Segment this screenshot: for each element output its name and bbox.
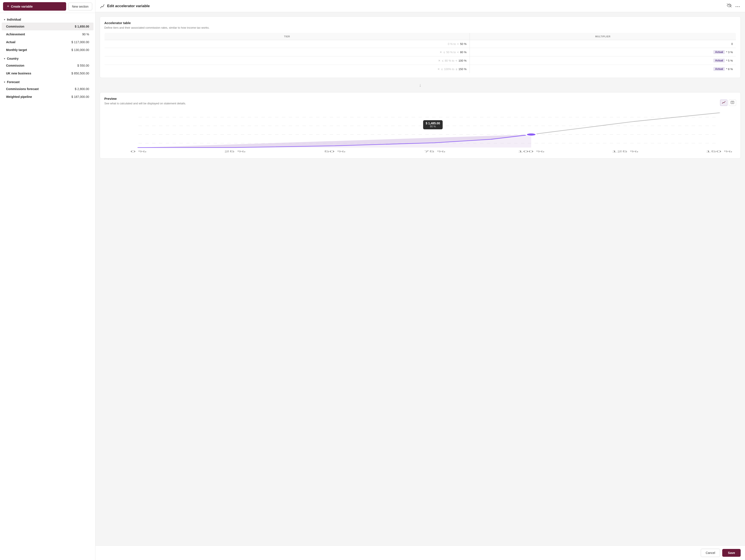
sidebar-item-label: Commission bbox=[6, 64, 24, 67]
more-button[interactable] bbox=[735, 3, 741, 9]
sidebar-item-label: Commissions forecast bbox=[6, 87, 39, 91]
sidebar-item[interactable]: Achievement90 % bbox=[2, 30, 94, 38]
remove-icon[interactable]: ✕ bbox=[438, 67, 440, 71]
svg-text:125 %: 125 % bbox=[612, 150, 639, 153]
table-view-button[interactable] bbox=[729, 100, 736, 106]
svg-text:50 %: 50 % bbox=[324, 150, 346, 153]
sidebar-item[interactable]: Commissions forecast$ 2,800.00 bbox=[2, 85, 94, 93]
plus-icon: + bbox=[7, 4, 9, 9]
section-arrow-icon: ▼ bbox=[3, 81, 6, 83]
sidebar-item-label: UK new business bbox=[6, 71, 31, 75]
svg-point-1 bbox=[736, 6, 737, 7]
line-chart-button[interactable] bbox=[720, 100, 727, 106]
section-group: ▼IndividualCommission$ 1,650.00Achieveme… bbox=[0, 17, 95, 54]
tier-from: 100% to bbox=[444, 67, 454, 71]
sidebar-item[interactable]: UK new business$ 850,500.00 bbox=[2, 69, 94, 77]
hide-button[interactable] bbox=[726, 3, 733, 9]
tier-le: ≤ bbox=[441, 67, 443, 71]
panel-footer: Cancel Save bbox=[95, 546, 745, 560]
sidebar-header: + Create variable New section bbox=[0, 0, 95, 13]
sidebar-item-label: Weighted pipeline bbox=[6, 95, 32, 98]
tier-op: ≤ bbox=[456, 67, 457, 71]
sidebar-item[interactable]: Commission$ 550.00 bbox=[2, 62, 94, 69]
sidebar-item-value: $ 187,000.00 bbox=[71, 95, 89, 98]
preview-icons bbox=[720, 100, 736, 106]
tier-cell: ✕ ≤ 50 % to < 80 % bbox=[107, 51, 466, 54]
svg-point-13 bbox=[526, 133, 537, 136]
section-header[interactable]: ▼Forecast bbox=[0, 79, 95, 85]
accelerator-table-card: Accelerator table Define tiers and their… bbox=[100, 17, 741, 78]
svg-point-3 bbox=[739, 6, 740, 7]
cancel-button[interactable]: Cancel bbox=[701, 549, 720, 557]
table-row: ✕ ≤ 100% to ≤ 150 % Actual * 8 % bbox=[104, 65, 736, 73]
actual-badge: Actual bbox=[713, 50, 725, 54]
sidebar-item-value: $ 550.00 bbox=[77, 64, 89, 67]
section-header[interactable]: ▼Country bbox=[0, 56, 95, 62]
section-name: Forecast bbox=[7, 80, 20, 84]
sidebar-item-value: $ 2,800.00 bbox=[75, 87, 89, 91]
sidebar-item-label: Monthly target bbox=[6, 48, 27, 52]
preview-title: Preview bbox=[104, 97, 186, 100]
create-variable-button[interactable]: + Create variable bbox=[3, 2, 66, 11]
sidebar-item-value: $ 1,650.00 bbox=[75, 25, 89, 28]
sidebar-item[interactable]: Actual$ 117,000.00 bbox=[2, 38, 94, 46]
svg-point-2 bbox=[737, 6, 738, 7]
multiplier-column-header: MULTIPLIER bbox=[469, 33, 736, 40]
table-row: ✕ ≤ 50 % to < 80 % Actual * 3 % bbox=[104, 48, 736, 56]
panel-actions bbox=[726, 3, 741, 9]
arrow-down: ↓ bbox=[100, 81, 741, 89]
sidebar-content: ▼IndividualCommission$ 1,650.00Achieveme… bbox=[0, 13, 95, 560]
sidebar-item[interactable]: Weighted pipeline$ 187,000.00 bbox=[2, 93, 94, 101]
tier-le: ≤ bbox=[443, 51, 445, 54]
tier-to: 50 % bbox=[460, 42, 466, 45]
table-row: 0 % to < 50 % 0 bbox=[104, 40, 736, 48]
sidebar-item[interactable]: Commission$ 1,650.00 bbox=[2, 23, 94, 30]
section-group: ▼ForecastCommissions forecast$ 2,800.00W… bbox=[0, 79, 95, 101]
svg-text:0 %: 0 % bbox=[130, 150, 147, 153]
sidebar-item-value: $ 117,000.00 bbox=[71, 40, 89, 44]
table-row: ✕ ≤ 80 % to < 100 % Actual * 5 % bbox=[104, 56, 736, 65]
sidebar: + Create variable New section ▼Individua… bbox=[0, 0, 95, 560]
svg-text:25 %: 25 % bbox=[224, 150, 246, 153]
actual-badge: Actual bbox=[713, 59, 725, 62]
sidebar-item-label: Actual bbox=[6, 40, 15, 44]
sidebar-item-label: Commission bbox=[6, 25, 24, 28]
sidebar-item-value: $ 850,500.00 bbox=[71, 71, 89, 75]
tier-op: < bbox=[455, 59, 457, 62]
multiplier-cell: Actual * 3 % bbox=[473, 50, 733, 54]
accelerator-table: TIER MULTIPLIER 0 % to < 50 % 0 ✕ ≤ 50 %… bbox=[104, 33, 736, 73]
right-panel: Edit accelerator variable Accelerator ta… bbox=[95, 0, 745, 560]
tier-to: 100 % bbox=[458, 59, 466, 62]
tier-cell: ✕ ≤ 100% to ≤ 150 % bbox=[107, 67, 466, 71]
section-header[interactable]: ▼Individual bbox=[0, 17, 95, 23]
tier-cell: ✕ ≤ 80 % to < 100 % bbox=[107, 59, 466, 62]
create-variable-label: Create variable bbox=[11, 5, 33, 8]
multiplier-cell: 0 bbox=[473, 42, 733, 45]
new-section-button[interactable]: New section bbox=[68, 3, 92, 10]
remove-icon[interactable]: ✕ bbox=[438, 59, 441, 62]
accelerator-icon bbox=[100, 3, 105, 9]
svg-point-0 bbox=[100, 7, 101, 8]
multiplier-text: 0 bbox=[731, 42, 733, 45]
remove-icon[interactable]: ✕ bbox=[440, 51, 442, 54]
chart-container: 0 % 25 % 50 % 75 % 100 % 125 % 150 % $ 1… bbox=[104, 111, 736, 154]
preview-header: Preview See what is calculated and will … bbox=[104, 97, 736, 108]
multiplier-cell: Actual * 5 % bbox=[473, 59, 733, 62]
tier-to: 80 % bbox=[460, 51, 466, 54]
svg-text:75 %: 75 % bbox=[424, 150, 446, 153]
panel-header: Edit accelerator variable bbox=[95, 0, 745, 12]
save-button[interactable]: Save bbox=[722, 549, 741, 557]
preview-card: Preview See what is calculated and will … bbox=[100, 92, 741, 159]
sidebar-item-value: $ 130,000.00 bbox=[71, 48, 89, 52]
section-name: Individual bbox=[7, 18, 21, 21]
section-group: ▼CountryCommission$ 550.00UK new busines… bbox=[0, 56, 95, 77]
preview-subtitle: See what is calculated and will be displ… bbox=[104, 102, 186, 105]
tier-cell: 0 % to < 50 % bbox=[107, 42, 466, 45]
tier-to: 150 % bbox=[458, 67, 466, 71]
tier-from: 0 % to bbox=[448, 42, 456, 45]
accelerator-table-title: Accelerator table bbox=[104, 21, 736, 25]
sidebar-item[interactable]: Monthly target$ 130,000.00 bbox=[2, 46, 94, 54]
preview-chart: 0 % 25 % 50 % 75 % 100 % 125 % 150 % bbox=[104, 111, 736, 154]
tier-from: 80 % to bbox=[445, 59, 454, 62]
tier-column-header: TIER bbox=[104, 33, 470, 40]
